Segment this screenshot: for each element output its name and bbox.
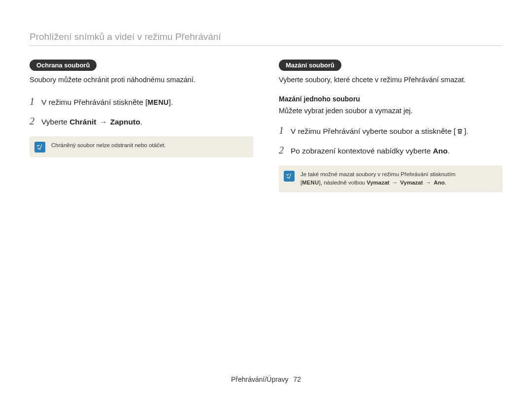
note-text: Chráněný soubor nelze odstranit nebo otá… bbox=[51, 141, 166, 150]
step-post: ]. bbox=[169, 98, 173, 106]
protect-intro: Soubory můžete ochránit proti náhodnému … bbox=[30, 75, 253, 85]
delete-step-2: 2 Po zobrazení kontextové nabídky vybert… bbox=[279, 143, 502, 157]
protect-steps: 1 V režimu Přehrávání stiskněte [MENU]. … bbox=[30, 94, 253, 128]
menu-icon: MENU bbox=[147, 98, 168, 106]
delete-steps: 1 V režimu Přehrávání vyberte soubor a s… bbox=[279, 123, 502, 157]
note-mid: ], následně volbou bbox=[319, 180, 367, 185]
arrow-icon: → bbox=[99, 116, 108, 127]
left-column: Ochrana souborů Soubory můžete ochránit … bbox=[30, 60, 253, 192]
arrow-icon: → bbox=[391, 179, 399, 187]
step-text: Vyberte Chránit → Zapnuto. bbox=[41, 116, 142, 127]
step-number: 1 bbox=[279, 123, 286, 138]
page-title: Prohlížení snímků a videí v režimu Přehr… bbox=[30, 31, 502, 46]
note-icon bbox=[34, 142, 45, 153]
step-post: . bbox=[448, 147, 450, 155]
note-text: Je také možné mazat soubory v režimu Pře… bbox=[300, 170, 455, 187]
delete-step-1: 1 V režimu Přehrávání vyberte soubor a s… bbox=[279, 123, 502, 138]
note-bold-2: Vymazat bbox=[400, 180, 423, 185]
step-pre: Po zobrazení kontextové nabídky vyberte bbox=[291, 147, 433, 155]
menu-icon: MENU bbox=[302, 180, 319, 185]
protect-note: Chráněný soubor nelze odstranit nebo otá… bbox=[30, 136, 253, 157]
note-icon bbox=[284, 171, 295, 182]
step-text: V režimu Přehrávání stiskněte [MENU]. bbox=[41, 96, 173, 108]
step-post: . bbox=[140, 118, 142, 126]
delete-subheading: Mazání jednoho souboru bbox=[279, 95, 502, 103]
protect-step-1: 1 V režimu Přehrávání stiskněte [MENU]. bbox=[30, 94, 253, 109]
right-column: Mazání souborů Vyberte soubory, které ch… bbox=[279, 60, 502, 192]
step-number: 2 bbox=[279, 143, 286, 157]
note-bold-1: Vymazat bbox=[366, 180, 389, 185]
note-bold-3: Ano bbox=[433, 180, 444, 185]
step-text: Po zobrazení kontextové nabídky vyberte … bbox=[291, 145, 450, 156]
footer-section: Přehrávání/Úpravy bbox=[231, 375, 289, 383]
step-bold-2: Zapnuto bbox=[110, 118, 140, 126]
arrow-icon: → bbox=[425, 179, 432, 187]
page-footer: Přehrávání/Úpravy 72 bbox=[0, 375, 532, 383]
note-end: . bbox=[445, 180, 446, 185]
step-number: 2 bbox=[30, 114, 36, 128]
step-bold-1: Chránit bbox=[69, 118, 96, 126]
step-pre: V režimu Přehrávání vyberte soubor a sti… bbox=[291, 127, 456, 135]
footer-page-number: 72 bbox=[294, 375, 301, 383]
trash-icon bbox=[457, 128, 463, 135]
delete-intro: Vyberte soubory, které chcete v režimu P… bbox=[279, 75, 502, 85]
delete-sub-intro: Můžete vybrat jeden soubor a vymazat jej… bbox=[279, 106, 502, 116]
section-pill-protect: Ochrana souborů bbox=[30, 60, 97, 71]
delete-note: Je také možné mazat soubory v režimu Pře… bbox=[279, 165, 502, 192]
content-columns: Ochrana souborů Soubory můžete ochránit … bbox=[30, 60, 502, 192]
protect-step-2: 2 Vyberte Chránit → Zapnuto. bbox=[30, 114, 253, 128]
note-line-1: Je také možné mazat soubory v režimu Pře… bbox=[300, 171, 455, 177]
step-bold-1: Ano bbox=[433, 147, 448, 155]
step-pre: Vyberte bbox=[41, 118, 69, 126]
section-pill-delete: Mazání souborů bbox=[279, 60, 341, 71]
step-pre: V režimu Přehrávání stiskněte [ bbox=[41, 98, 147, 106]
step-post: ]. bbox=[464, 127, 468, 135]
step-text: V režimu Přehrávání vyberte soubor a sti… bbox=[291, 125, 468, 137]
step-number: 1 bbox=[30, 94, 36, 109]
